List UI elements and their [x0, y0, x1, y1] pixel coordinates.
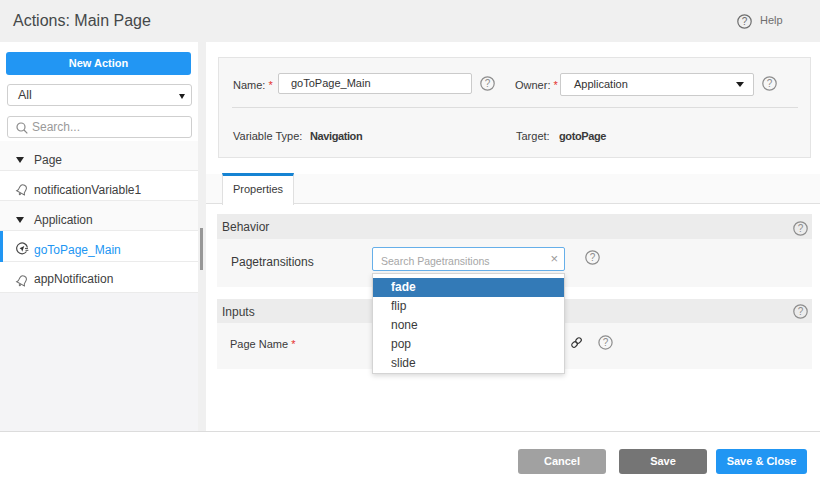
svg-text:?: ? — [798, 223, 804, 234]
svg-text:?: ? — [798, 306, 804, 317]
svg-text:?: ? — [603, 337, 609, 348]
svg-text:?: ? — [485, 78, 491, 89]
svg-text:?: ? — [742, 16, 748, 27]
svg-text:?: ? — [767, 78, 773, 89]
svg-text:?: ? — [590, 252, 596, 263]
